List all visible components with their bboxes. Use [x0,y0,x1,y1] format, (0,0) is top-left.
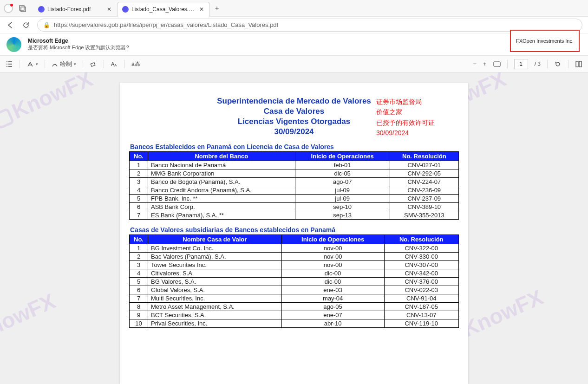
zoom-out-button[interactable]: − [473,60,477,67]
table-row: 2MMG Bank Corporationdic-05CNV-292-05 [130,169,459,178]
table-cell: ago-07 [295,178,390,186]
table-row: 8Metro Asset Management, S.A.ago-05CNV-1… [130,303,459,311]
table-cell: CNV-322-00 [384,244,459,253]
banks-table: No.Nombre del BancoInicio de Operaciones… [129,151,459,220]
table-cell: nov-00 [281,244,384,253]
table-cell: CNV-022-03 [384,286,459,294]
table-cell: 3 [130,178,148,186]
url-text: https://supervalores.gob.pa/files/iper/p… [54,21,278,28]
table-cell: jul-09 [295,195,390,203]
table-cell: ago-05 [281,303,384,311]
table-cell: ASB Bank Corp. [148,203,295,211]
back-button[interactable] [6,20,15,30]
tab-actions-icon[interactable] [19,4,27,13]
table-cell: CNV-330-00 [384,253,459,261]
table-cell: CNV-13-07 [384,311,459,319]
default-browser-prompt: Microsoft Edge 是否要将 Microsoft Edge 设置为默认… [0,33,588,56]
address-bar: 🔒 https://supervalores.gob.pa/files/iper… [0,17,588,33]
table-row: 4Banco Credit Andorra (Panamá), S.A.jul-… [130,186,459,195]
table-cell: 2 [130,253,148,261]
table-cell: 6 [130,203,148,211]
table-cell: CNV-307-00 [384,261,459,269]
pdf-viewport[interactable]: KnowFX KnowFX KnowFX KnowFX KnowFX 证券市场监… [0,72,588,384]
draw-label: 绘制 [60,60,72,68]
table-cell: 7 [130,294,148,303]
table-cell: SMV-355-2013 [390,211,458,220]
svg-rect-7 [579,61,581,67]
contents-button[interactable] [6,60,13,68]
table-row: 1Banco Nacional de Panamáfeb-01CNV-027-0… [130,161,459,169]
table-cell: feb-01 [295,161,390,169]
table-header: No. [130,152,148,161]
refresh-button[interactable] [21,20,31,30]
svg-rect-1 [21,7,26,12]
draw-tool[interactable]: 绘制 ▾ [52,60,76,68]
table-cell: Citivalores, S.A. [148,269,282,278]
table-row: 5FPB Bank, Inc. **jul-09CNV-237-09 [130,195,459,203]
table-header: No. [130,235,148,244]
text-tool[interactable]: AA [111,60,118,68]
table-cell: 4 [130,186,148,195]
table-cell: 4 [130,269,148,278]
table-cell: sep-10 [295,203,390,211]
table-cell: jul-09 [295,186,390,195]
table-cell: nov-00 [281,261,384,269]
table-cell: 10 [130,319,148,328]
table-cell: 1 [130,244,148,253]
pdf-page: 证券市场监督局 价值之家 已授予的有效许可证 30/09/2024 Superi… [120,83,468,384]
page-number-input[interactable] [514,59,528,69]
svg-rect-6 [576,61,578,67]
erase-tool[interactable] [90,60,97,68]
table-row: 3Tower Securities Inc.nov-00CNV-307-00 [130,261,459,269]
table-cell: ES Bank (Panamá), S.A. ** [148,211,295,220]
table-row: 6ASB Bank Corp.sep-10CNV-389-10 [130,203,459,211]
table-cell: nov-00 [281,253,384,261]
table-row: 7ES Bank (Panamá), S.A. **sep-13SMV-355-… [130,211,459,220]
tab-active[interactable]: Listado_Casa_Valores.pdf ✕ [117,2,210,17]
table-cell: 3 [130,261,148,269]
tab-label: Listado-Forex.pdf [47,6,103,13]
profile-avatar[interactable] [4,4,13,13]
table-cell: Banco Credit Andorra (Panamá), S.A. [148,186,295,195]
table-header: Inicio de Operaciones [281,235,384,244]
table-cell: Bac Valores (Panamá), S.A. [148,253,282,261]
tab-label: Listado_Casa_Valores.pdf [131,6,196,13]
table-row: 5BG Valores, S.A.dic-00CNV-376-00 [130,278,459,286]
table-cell: Tower Securities Inc. [148,261,282,269]
table-cell: 5 [130,278,148,286]
table-cell: 9 [130,311,148,319]
translate-tool[interactable]: a⁂ [131,61,140,67]
table-cell: CNV-91-04 [384,294,459,303]
table-row: 2Bac Valores (Panamá), S.A.nov-00CNV-330… [130,253,459,261]
table-header: Inicio de Operaciones [295,152,390,161]
lock-icon: 🔒 [43,22,50,28]
table-cell: MMG Bank Corporation [148,169,295,178]
table-header: No. Resolución [384,235,459,244]
url-input[interactable]: 🔒 https://supervalores.gob.pa/files/iper… [37,19,582,32]
table-cell: 2 [130,169,148,178]
close-icon[interactable]: ✕ [106,6,112,13]
table-cell: BCT Securities, S.A. [148,311,282,319]
table-cell: BG Valores, S.A. [148,278,282,286]
fit-page-button[interactable] [493,61,501,67]
page-view-button[interactable] [575,60,582,68]
highlight-tool[interactable]: ▾ [26,60,38,68]
table-cell: CNV-237-09 [390,195,458,203]
svg-rect-5 [494,62,500,66]
table-cell: Metro Asset Management, S.A. [148,303,282,311]
close-icon[interactable]: ✕ [198,6,205,13]
tab-inactive[interactable]: Listado-Forex.pdf ✕ [33,2,117,17]
new-tab-button[interactable]: ＋ [214,4,220,13]
table-row: 9BCT Securities, S.A.ene-07CNV-13-07 [130,311,459,319]
table-cell: CNV-292-05 [390,169,458,178]
table-cell: CNV-119-10 [384,319,459,328]
table-row: 6Global Valores, S.A.ene-03CNV-022-03 [130,286,459,294]
table-row: 3Banco de Bogota (Panamá), S.A.ago-07CNV… [130,178,459,186]
table-cell: dic-00 [281,269,384,278]
zoom-in-button[interactable]: + [483,60,487,67]
table-cell: Multi Securities, Inc. [148,294,282,303]
highlight-callout: FXOpen Investments Inc. [510,30,580,52]
table-cell: 5 [130,195,148,203]
table-cell: 6 [130,286,148,294]
rotate-button[interactable] [554,60,562,68]
